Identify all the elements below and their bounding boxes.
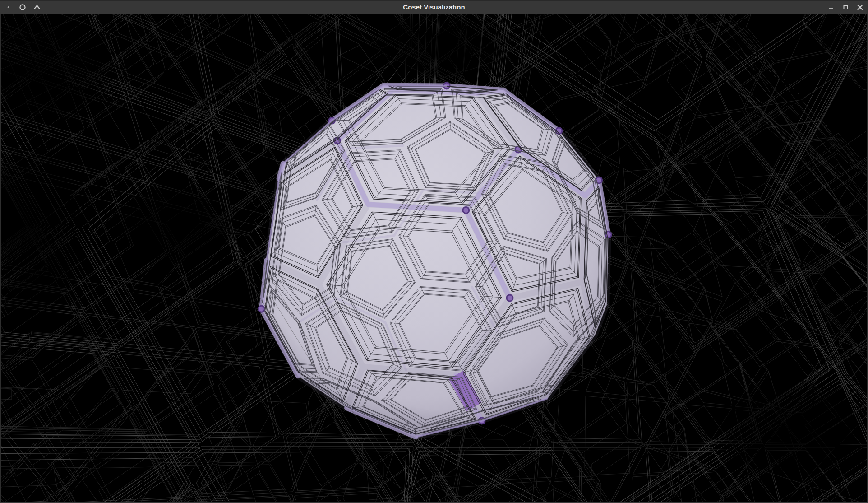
svg-text:Coset Visualization: Coset Visualization bbox=[403, 3, 465, 11]
